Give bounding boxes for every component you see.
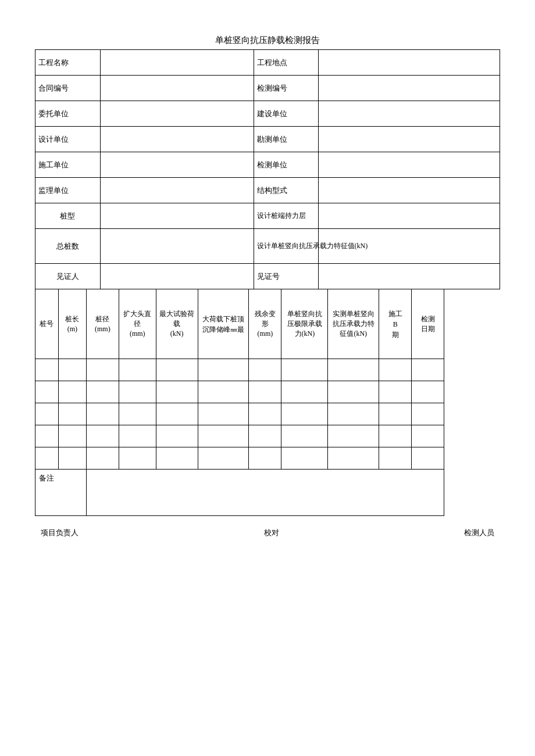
value-test-no bbox=[319, 76, 500, 101]
remarks-value bbox=[86, 470, 444, 516]
cell-residual-deform bbox=[249, 425, 281, 447]
data-table: 桩号 桩长(m) 桩径(mm) 扩大头直径(mm) 最大试验荷载(kN) 大荷载… bbox=[35, 289, 500, 516]
col-header-limit-bearing: 单桩竖向抗压极限承载力(kN) bbox=[281, 289, 328, 359]
cell-test-date bbox=[412, 359, 444, 381]
col-header-max-test-load: 最大试验荷载(kN) bbox=[156, 289, 198, 359]
value-supervisor bbox=[100, 178, 254, 203]
cell-actual-bearing bbox=[328, 425, 379, 447]
cell-actual-bearing bbox=[328, 381, 379, 403]
table-row bbox=[35, 381, 500, 403]
col-header-pile-length: 桩长(m) bbox=[58, 289, 86, 359]
value-test-unit bbox=[319, 152, 500, 178]
cell-test-date bbox=[412, 447, 444, 470]
cell-settlement bbox=[198, 403, 249, 425]
col-header-residual-deform: 残余变形(mm) bbox=[249, 289, 281, 359]
cell-limit-bearing bbox=[281, 381, 328, 403]
cell-pile-no bbox=[35, 403, 59, 425]
footer-reviewer: 校对 bbox=[264, 528, 279, 538]
cell-pile-diameter bbox=[86, 359, 119, 381]
label-test-unit: 检测单位 bbox=[254, 152, 319, 178]
cell-max-test-load bbox=[156, 381, 198, 403]
col-header-pile-no: 桩号 bbox=[35, 289, 59, 359]
cell-expanded-diameter bbox=[119, 425, 156, 447]
cell-residual-deform bbox=[249, 447, 281, 470]
cell-construction-period bbox=[379, 403, 412, 425]
cell-pile-no bbox=[35, 425, 59, 447]
cell-residual-deform bbox=[249, 381, 281, 403]
cell-pile-no bbox=[35, 359, 59, 381]
label-design-bearing-value: 设计单桩竖向抗压承载力特征值(kN) bbox=[254, 229, 319, 264]
cell-pile-diameter bbox=[86, 403, 119, 425]
cell-pile-length bbox=[58, 359, 86, 381]
info-row-7: 桩型 设计桩端持力层 bbox=[35, 203, 500, 229]
col-header-construction-period: 施工B期 bbox=[379, 289, 412, 359]
label-structure-type: 结构型式 bbox=[254, 178, 319, 203]
cell-max-test-load bbox=[156, 359, 198, 381]
cell-pile-length bbox=[58, 381, 86, 403]
col-header-test-date: 检测日期 bbox=[412, 289, 444, 359]
col-header-pile-diameter: 桩径(mm) bbox=[86, 289, 119, 359]
cell-test-date bbox=[412, 381, 444, 403]
value-witness-no bbox=[319, 264, 500, 289]
value-survey-unit bbox=[319, 127, 500, 152]
label-client: 委托单位 bbox=[35, 101, 101, 127]
table-row bbox=[35, 447, 500, 470]
cell-pile-length bbox=[58, 447, 86, 470]
cell-test-date bbox=[412, 403, 444, 425]
col-header-actual-bearing: 实测单桩竖向抗压承载力特征值(kN) bbox=[328, 289, 379, 359]
cell-expanded-diameter bbox=[119, 447, 156, 470]
value-contract-no bbox=[100, 76, 254, 101]
cell-pile-length bbox=[58, 403, 86, 425]
info-row-3: 委托单位 建设单位 bbox=[35, 101, 500, 127]
cell-residual-deform bbox=[249, 403, 281, 425]
cell-settlement bbox=[198, 381, 249, 403]
label-witness-no: 见证号 bbox=[254, 264, 319, 289]
label-witness: 见证人 bbox=[35, 264, 101, 289]
remarks-label: 备注 bbox=[35, 470, 87, 516]
label-project-name: 工程名称 bbox=[35, 50, 101, 76]
table-row bbox=[35, 403, 500, 425]
cell-max-test-load bbox=[156, 403, 198, 425]
label-construction-unit: 施工单位 bbox=[35, 152, 101, 178]
table-header-row: 桩号 桩长(m) 桩径(mm) 扩大头直径(mm) 最大试验荷载(kN) 大荷载… bbox=[35, 289, 500, 359]
info-row-4: 设计单位 勘测单位 bbox=[35, 127, 500, 152]
cell-limit-bearing bbox=[281, 359, 328, 381]
cell-max-test-load bbox=[156, 425, 198, 447]
label-design-bearing-layer: 设计桩端持力层 bbox=[254, 203, 319, 229]
footer-project-leader: 项目负责人 bbox=[41, 528, 79, 538]
cell-pile-no bbox=[35, 447, 59, 470]
cell-limit-bearing bbox=[281, 425, 328, 447]
cell-construction-period bbox=[379, 425, 412, 447]
cell-limit-bearing bbox=[281, 447, 328, 470]
cell-test-date bbox=[412, 425, 444, 447]
value-total-piles bbox=[100, 229, 254, 264]
value-witness bbox=[100, 264, 254, 289]
cell-pile-no bbox=[35, 381, 59, 403]
label-supervisor: 监理单位 bbox=[35, 178, 101, 203]
cell-actual-bearing bbox=[328, 447, 379, 470]
table-row bbox=[35, 425, 500, 447]
col-header-expanded-diameter: 扩大头直径(mm) bbox=[119, 289, 156, 359]
cell-settlement bbox=[198, 447, 249, 470]
cell-pile-diameter bbox=[86, 381, 119, 403]
info-row-8: 总桩数 设计单桩竖向抗压承载力特征值(kN) bbox=[35, 229, 500, 264]
info-row-1: 工程名称 工程地点 bbox=[35, 50, 500, 76]
info-row-5: 施工单位 检测单位 bbox=[35, 152, 500, 178]
remarks-row: 备注 bbox=[35, 470, 500, 516]
table-row bbox=[35, 359, 500, 381]
label-total-piles: 总桩数 bbox=[35, 229, 101, 264]
label-contract-no: 合同编号 bbox=[35, 76, 101, 101]
cell-construction-period bbox=[379, 381, 412, 403]
label-test-no: 检测编号 bbox=[254, 76, 319, 101]
cell-pile-length bbox=[58, 425, 86, 447]
value-client bbox=[100, 101, 254, 127]
cell-limit-bearing bbox=[281, 403, 328, 425]
footer: 项目负责人 校对 检测人员 bbox=[35, 528, 500, 538]
label-design-unit: 设计单位 bbox=[35, 127, 101, 152]
info-row-9: 见证人 见证号 bbox=[35, 264, 500, 289]
cell-expanded-diameter bbox=[119, 359, 156, 381]
main-table: 工程名称 工程地点 合同编号 检测编号 委托单位 建设单位 设计单位 勘测单位 … bbox=[35, 49, 500, 289]
label-construction-owner: 建设单位 bbox=[254, 101, 319, 127]
cell-actual-bearing bbox=[328, 359, 379, 381]
col-header-settlement: 大荷载下桩顶沉降储峰㎜最 bbox=[198, 289, 249, 359]
